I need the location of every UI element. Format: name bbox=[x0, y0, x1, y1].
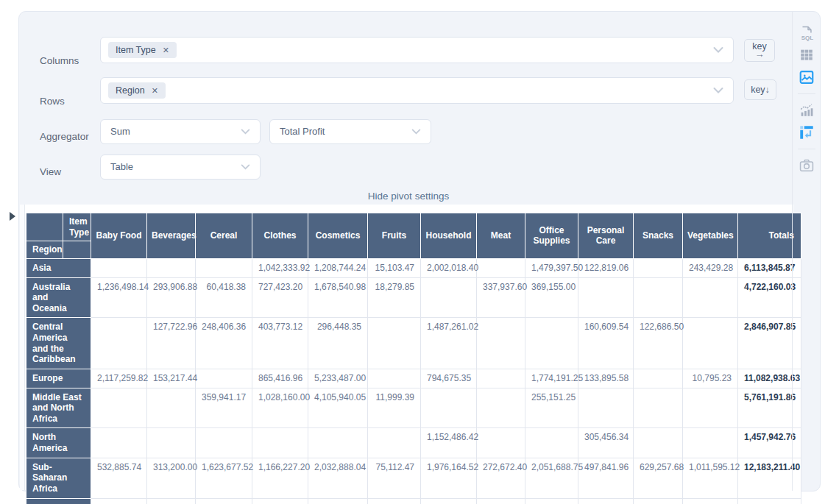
pivot-cell: 2,002,018.40 bbox=[421, 258, 477, 277]
pivot-cell: 1,487,261.02 bbox=[421, 318, 477, 369]
pivot-cell: 1,479,397.50 bbox=[525, 258, 578, 277]
pivot-totals-cell: 2,292,443.43 bbox=[196, 498, 252, 504]
pivot-cell: 153,217.44 bbox=[147, 369, 196, 388]
aggregator-field-selected-value: Total Profit bbox=[280, 120, 325, 143]
pivot-row-label: North America bbox=[26, 428, 91, 458]
pivot-corner-cell bbox=[26, 213, 63, 241]
pivot-totals-cell: 5,929,583.75 bbox=[525, 498, 578, 504]
pivot-cell bbox=[578, 277, 634, 318]
pivot-cell: 337,937.60 bbox=[477, 277, 525, 318]
panel-resize-handle[interactable] bbox=[20, 205, 25, 490]
aggregator-field-select[interactable]: Total Profit bbox=[269, 119, 431, 144]
pivot-row: North America1,152,486.42305,456.341,457… bbox=[26, 428, 801, 458]
pivot-cell bbox=[683, 277, 738, 318]
visualization-toolbar: SQL bbox=[792, 12, 820, 491]
pivot-totals-cell: 610,610.00 bbox=[477, 498, 525, 504]
pivot-totals-cell: 120,495.18 bbox=[368, 498, 421, 504]
pivot-totals-cell: 888,047.28 bbox=[147, 498, 196, 504]
rows-multiselect[interactable]: Region ✕ bbox=[100, 77, 734, 104]
pivot-cell bbox=[91, 388, 147, 428]
columns-multiselect[interactable]: Item Type ✕ bbox=[100, 37, 734, 63]
pivot-cell: 133,895.58 bbox=[578, 369, 634, 388]
svg-text:SQL: SQL bbox=[801, 35, 813, 41]
pivot-cell: 60,418.38 bbox=[196, 277, 252, 318]
pivot-cell: 15,103.47 bbox=[368, 258, 421, 277]
pivot-totals-cell: 3,886,643.70 bbox=[91, 498, 147, 504]
pivot-cell bbox=[683, 428, 738, 458]
pivot-cell bbox=[634, 277, 683, 318]
view-selected-value: Table bbox=[110, 155, 133, 179]
pivot-cell: 1,152,486.42 bbox=[421, 428, 477, 458]
pivot-cell: 160,609.54 bbox=[578, 318, 634, 369]
pivot-grand-total: 44,168,198.40 bbox=[738, 498, 801, 504]
aggregator-label: Aggregator bbox=[40, 131, 89, 142]
pivot-row: Central America and the Caribbean127,722… bbox=[26, 318, 801, 369]
table-icon[interactable] bbox=[798, 46, 815, 64]
chevron-down-icon[interactable] bbox=[713, 47, 723, 54]
row-key-sort-button[interactable]: key↓ bbox=[744, 79, 776, 100]
pivot-output-area: Item TypeBaby FoodBeveragesCerealClothes… bbox=[20, 205, 793, 490]
pivot-cell bbox=[525, 318, 578, 369]
pivot-row-label: Europe bbox=[26, 369, 91, 388]
chevron-down-icon bbox=[411, 129, 421, 135]
pivot-cell bbox=[147, 428, 196, 458]
pivot-cell: 255,151.25 bbox=[525, 388, 578, 428]
pivot-cell: 1,208,744.24 bbox=[308, 258, 368, 277]
pivot-cell: 10,795.23 bbox=[683, 369, 738, 388]
pivot-cell bbox=[91, 258, 147, 277]
pivot-cell bbox=[368, 428, 421, 458]
pivot-cell: 1,678,540.98 bbox=[308, 277, 368, 318]
pivot-cell bbox=[147, 388, 196, 428]
pivot-cell: 727,423.20 bbox=[252, 277, 308, 318]
pivot-cell: 122,819.06 bbox=[578, 258, 634, 277]
pivot-cell: 127,722.96 bbox=[147, 318, 196, 369]
pivot-row: Asia1,042,333.921,208,744.2415,103.472,0… bbox=[26, 258, 801, 277]
pivot-cell bbox=[477, 428, 525, 458]
combo-chart-icon[interactable] bbox=[798, 102, 815, 119]
pivot-column-header: Clothes bbox=[252, 213, 308, 259]
pivot-cell: 11,999.39 bbox=[368, 388, 421, 428]
pivot-column-header: Meat bbox=[477, 213, 525, 259]
hide-pivot-settings-link[interactable]: Hide pivot settings bbox=[19, 191, 798, 202]
view-select[interactable]: Table bbox=[100, 155, 261, 180]
pivot-cell bbox=[683, 388, 738, 428]
pivot-cell bbox=[477, 369, 525, 388]
chip-remove-icon[interactable]: ✕ bbox=[152, 87, 158, 95]
pivot-cell bbox=[252, 428, 308, 458]
camera-icon[interactable] bbox=[798, 157, 815, 174]
pivot-cell: 629,257.68 bbox=[634, 458, 683, 498]
pivot-totals-cell: 1,220,622.48 bbox=[578, 498, 634, 504]
pivot-row: Middle East and North Africa359,941.171,… bbox=[26, 388, 801, 428]
drawer-toggle-arrow-icon[interactable] bbox=[10, 212, 15, 221]
pivot-cell: 532,885.74 bbox=[91, 458, 147, 498]
pivot-column-header: Vegetables bbox=[683, 213, 738, 259]
pivot-cell: 865,416.96 bbox=[252, 369, 308, 388]
pivot-cell: 359,941.17 bbox=[196, 388, 252, 428]
sql-icon[interactable]: SQL bbox=[798, 24, 815, 42]
pivot-cell: 2,051,688.75 bbox=[525, 458, 578, 498]
pivot-row: Australia and Oceania1,236,498.14293,906… bbox=[26, 277, 801, 318]
image-icon[interactable] bbox=[798, 68, 815, 86]
pivot-cell: 794,675.35 bbox=[421, 369, 477, 388]
pivot-column-header: Personal Care bbox=[578, 213, 634, 259]
pivot-cell bbox=[634, 428, 683, 458]
pivot-row-label: Asia bbox=[26, 258, 91, 277]
pivot-cell: 4,105,940.05 bbox=[308, 388, 368, 428]
aggregator-select[interactable]: Sum bbox=[100, 119, 261, 144]
column-key-sort-button[interactable]: key → bbox=[744, 39, 775, 62]
rows-chip[interactable]: Region ✕ bbox=[108, 82, 166, 99]
pivot-cell: 248,406.36 bbox=[196, 318, 252, 369]
chevron-down-icon[interactable] bbox=[713, 88, 723, 94]
chip-remove-icon[interactable]: ✕ bbox=[163, 46, 169, 54]
pivot-cell: 5,233,487.00 bbox=[308, 369, 368, 388]
pivot-column-header: Fruits bbox=[368, 213, 421, 259]
pivot-cell: 403,773.12 bbox=[252, 318, 308, 369]
pivot-column-header: Cosmetics bbox=[308, 213, 368, 259]
pivot-cell: 1,774,191.25 bbox=[525, 369, 578, 388]
pivot-cell: 75,112.47 bbox=[368, 458, 421, 498]
pivot-cell: 1,976,164.52 bbox=[421, 458, 477, 498]
pivot-cell: 1,236,498.14 bbox=[91, 277, 147, 318]
pivot-icon[interactable] bbox=[798, 124, 815, 141]
columns-chip[interactable]: Item Type ✕ bbox=[108, 42, 177, 58]
pivot-cell bbox=[196, 369, 252, 388]
